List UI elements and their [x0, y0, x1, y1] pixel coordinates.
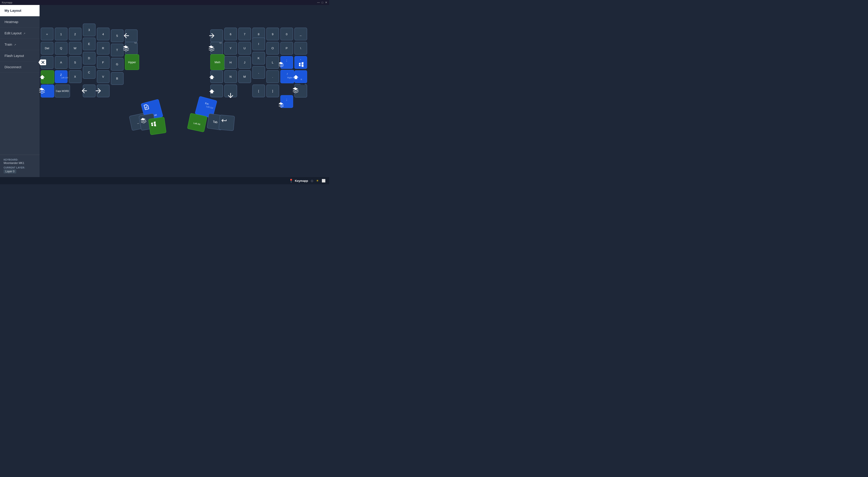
key-k-label: K: [257, 57, 259, 60]
sidebar-item-my-layout[interactable]: My Layout: [0, 5, 39, 16]
key-hyper-label: Hyper: [128, 61, 136, 64]
key-hold[interactable]: [294, 84, 307, 97]
key-j-label: J: [244, 61, 245, 64]
keyboard-label: KEYBOARD:: [4, 159, 36, 161]
sidebar-item-train[interactable]: Train ↗: [0, 39, 39, 50]
key-s-label: S: [74, 61, 76, 64]
key-backspace[interactable]: [41, 56, 53, 69]
maximize-button[interactable]: □: [322, 1, 323, 4]
key-z-sublabel: Left Ctrl: [61, 76, 68, 79]
key-layer-bottom-sublabel: `: [48, 83, 48, 86]
window-controls[interactable]: — □ ✕: [317, 1, 327, 4]
thumb-enter-group: [219, 115, 235, 131]
keyboard-area: .k { fill: #2d3f53; stroke: #4a6080; str…: [39, 5, 329, 177]
thumb-windows-group: [148, 117, 166, 135]
key-e-label: E: [88, 42, 90, 46]
keyboard-name: Moonlander MK1: [4, 162, 36, 165]
key-9-label: 9: [272, 33, 273, 36]
key-l-label: L: [272, 61, 273, 64]
key-a-label: A: [60, 61, 62, 64]
key-5-label: 5: [116, 34, 118, 37]
key-layer-right[interactable]: [211, 42, 223, 55]
thumb-left-alt-right-group: Left Alt: [187, 113, 207, 132]
key-o-label: O: [271, 46, 274, 50]
key-quote-top: ': [300, 59, 301, 62]
key-u-label: U: [243, 46, 246, 50]
key-layer-bottom[interactable]: [41, 85, 54, 97]
key-d-label: D: [88, 57, 90, 60]
key-v-label: V: [102, 75, 104, 78]
key-enter[interactable]: [219, 115, 235, 131]
backspace-icon: [38, 59, 46, 65]
key-r-label: R: [102, 46, 104, 50]
external-link-icon: ↗: [14, 43, 16, 46]
keymapp-pin-icon: 📍: [289, 179, 293, 183]
key-y-label: Y: [229, 46, 231, 50]
sidebar-item-disconnect[interactable]: Disconnect: [0, 61, 39, 73]
key-r-shift-r: R: [301, 78, 302, 81]
key-semicolon-r2-top: ;: [286, 59, 287, 62]
layer-badge: Layer 0: [4, 169, 16, 173]
key-caps-word-label: Caps WORD: [56, 90, 69, 92]
key-minus-label: _: [300, 33, 302, 36]
sun-icon-btn[interactable]: ☀: [316, 179, 319, 182]
key-x-label: X: [74, 75, 76, 78]
key-n-label: N: [229, 75, 231, 78]
key-layer-tap-tap-label: tap: [134, 42, 137, 44]
key-open-bracket-label: [: [258, 89, 259, 93]
key-equals-label: =: [46, 33, 48, 36]
key-close-bracket-label: ]: [272, 89, 273, 93]
key-4-label: 4: [102, 33, 104, 36]
main-layout: My Layout Heatmap Edit Layout ↗ Train ↗ …: [0, 5, 329, 177]
key-del-label: Del: [45, 46, 49, 50]
layer-label: CURRENT LAYER:: [4, 166, 36, 169]
key-right-ctrl-top: /: [287, 73, 287, 75]
key-period-label: .: [272, 75, 273, 78]
key-8-label: 8: [258, 33, 259, 36]
bottombar: 📍 Keymapp ◇ ☀ ⬜: [0, 177, 329, 184]
key-c-label: C: [88, 71, 90, 74]
key-2-label: 2: [74, 33, 76, 36]
key-6-label: 6: [230, 33, 231, 36]
key-b-label: B: [116, 77, 118, 80]
key-t-label: T: [116, 48, 118, 52]
key-h-label: H: [229, 61, 231, 64]
key-3-label: 3: [88, 28, 90, 32]
sidebar-item-flash-layout[interactable]: Flash Layout: [0, 50, 39, 61]
key-hold-tap: hold: [301, 83, 305, 86]
key-m-label: M: [243, 75, 246, 78]
external-link-icon: ↗: [23, 32, 25, 35]
keymapp-logo: 📍 Keymapp: [289, 179, 308, 183]
key-layer-right-tap: tap: [219, 42, 222, 44]
diamond-icon-btn[interactable]: ◇: [311, 179, 313, 182]
key-q-label: Q: [60, 46, 62, 50]
titlebar: Keymapp — □ ✕: [0, 0, 329, 5]
sidebar-item-edit-layout[interactable]: Edit Layout ↗: [0, 28, 39, 39]
key-meh-label: Meh: [215, 61, 220, 64]
key-i-label: I: [258, 42, 259, 46]
key-layer-tap[interactable]: [125, 42, 137, 55]
key-p-label: P: [285, 46, 287, 50]
app-name-label: Keymapp: [295, 179, 308, 182]
key-w-label: W: [73, 46, 76, 50]
key-semicolon[interactable]: [281, 95, 293, 108]
monitor-icon-btn[interactable]: ⬜: [322, 179, 326, 182]
key-0-label: 0: [286, 33, 287, 36]
key-semicolon-r2[interactable]: [281, 56, 293, 69]
sidebar-bottom: KEYBOARD: Moonlander MK1 CURRENT LAYER: …: [0, 155, 39, 177]
keyboard-svg: .k { fill: #2d3f53; stroke: #4a6080; str…: [41, 23, 328, 159]
close-button[interactable]: ✕: [325, 1, 327, 4]
minimize-button[interactable]: —: [317, 1, 320, 4]
key-7-label: 7: [244, 33, 245, 36]
sidebar-item-heatmap[interactable]: Heatmap: [0, 16, 39, 28]
key-semicolon-label: ;: [286, 98, 287, 101]
key-quote[interactable]: [294, 56, 307, 69]
key-g-label: G: [116, 63, 118, 66]
key-f-label: F: [102, 61, 104, 64]
key-1-label: 1: [60, 33, 62, 36]
key-windows-left[interactable]: [148, 117, 166, 135]
sidebar: My Layout Heatmap Edit Layout ↗ Train ↗ …: [0, 5, 39, 177]
key-tab-label: Tab: [213, 120, 218, 124]
key-backslash-label: \: [300, 46, 301, 50]
key-comma-label: ,: [258, 71, 259, 74]
